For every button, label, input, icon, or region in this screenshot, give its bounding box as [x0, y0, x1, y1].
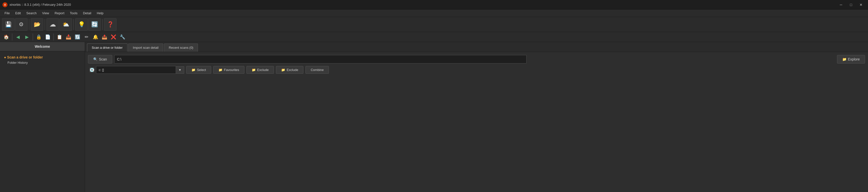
bell-button[interactable]: 🔔	[91, 33, 100, 41]
scan-button[interactable]: 🔍 Scan	[88, 55, 112, 64]
exclude2-button[interactable]: 📁 Exclude	[276, 66, 303, 74]
import-button[interactable]: 📥	[64, 33, 73, 41]
help-button[interactable]: ❓	[104, 18, 117, 31]
search-icon: 🔍	[93, 57, 97, 61]
chevron-down-icon: ▼	[179, 68, 181, 72]
menu-file[interactable]: File	[2, 10, 12, 16]
tabs: Scan a drive or folder Import scan detai…	[85, 42, 868, 52]
folder-explore-icon: 📁	[842, 57, 846, 61]
select-folder-icon: 📁	[191, 68, 195, 72]
tab-recent-scans[interactable]: Recent scans (0)	[164, 43, 198, 52]
explore-button[interactable]: 📁 Explore	[837, 55, 865, 64]
minimize-button[interactable]: ─	[837, 1, 845, 8]
tab-import-scan[interactable]: Import scan detail	[128, 43, 163, 52]
menu-detail[interactable]: Detail	[81, 10, 94, 16]
combine-button[interactable]: Combine	[305, 66, 329, 74]
reload-button[interactable]: 🔃	[73, 33, 82, 41]
menu-report[interactable]: Report	[52, 10, 67, 16]
drive-dropdown-button[interactable]: ▼	[176, 66, 184, 74]
save-button[interactable]: 💾	[2, 18, 14, 31]
scan-row: 🔍 Scan 📁 Explore	[88, 55, 865, 64]
sidebar-folder-history[interactable]: Folder History	[4, 61, 81, 64]
menu-tools[interactable]: Tools	[67, 10, 80, 16]
favourites-button[interactable]: 📁 Favourites	[213, 66, 244, 74]
list-button[interactable]: 📋	[55, 33, 64, 41]
close-button[interactable]: ✕	[857, 1, 866, 8]
forward-button[interactable]: ▶	[23, 33, 31, 41]
separator3	[73, 19, 74, 30]
menu-help[interactable]: Help	[94, 10, 106, 16]
cloud-upload-button[interactable]: ☁	[46, 18, 59, 31]
title-bar-left: X xinorbis :: 8.3.1 (x64) / February 24t…	[2, 2, 71, 7]
document-button[interactable]: 📄	[43, 33, 52, 41]
drive-path-input[interactable]	[96, 66, 176, 74]
select-button[interactable]: 📁 Select	[186, 66, 211, 74]
sidebar: Welcome ● Scan a drive or folder Folder …	[0, 42, 85, 192]
cancel-button[interactable]: ❌	[109, 33, 118, 41]
open-folder-button[interactable]: 📂	[31, 18, 43, 31]
toolbar1: 💾 ⚙ 📂 ☁ ⛅ 💡 🔄 ❓	[0, 17, 868, 32]
sidebar-scan-link[interactable]: ● Scan a drive or folder	[4, 55, 81, 59]
title-bar: X xinorbis :: 8.3.1 (x64) / February 24t…	[0, 0, 868, 9]
separator2	[45, 19, 45, 30]
sidebar-body: ● Scan a drive or folder Folder History	[0, 51, 85, 69]
export-button[interactable]: 📤	[100, 33, 109, 41]
exclude1-button[interactable]: 📁 Exclude	[246, 66, 274, 74]
drive-row: 💽 ▼ 📁 Select 📁 Favourites 📁 Exclude	[88, 66, 865, 74]
lock-button[interactable]: 🔒	[34, 33, 43, 41]
tab-scan-drive[interactable]: Scan a drive or folder	[87, 43, 127, 52]
menu-edit[interactable]: Edit	[13, 10, 23, 16]
menu-search[interactable]: Search	[24, 10, 39, 16]
bulb-button[interactable]: 💡	[75, 18, 88, 31]
wrench-button[interactable]: 🔧	[118, 33, 127, 41]
separator4	[102, 19, 102, 30]
separator1	[29, 19, 29, 30]
title-text: xinorbis :: 8.3.1 (x64) / February 24th …	[9, 3, 71, 6]
settings-button[interactable]: ⚙	[15, 18, 28, 31]
drive-select-wrap: 💽 ▼	[88, 66, 184, 74]
window-controls: ─ □ ✕	[837, 1, 866, 8]
cloud-download-button[interactable]: ⛅	[60, 18, 72, 31]
exclude1-icon: 📁	[252, 68, 256, 72]
edit-button[interactable]: ✏	[82, 33, 91, 41]
toolbar2: 🏠 ◀ ▶ 🔒 📄 📋 📥 🔃 ✏ 🔔 📤 ❌ 🔧	[0, 32, 868, 42]
main-content: Welcome ● Scan a drive or folder Folder …	[0, 42, 868, 192]
drive-icon: 💽	[88, 67, 96, 72]
menu-view[interactable]: View	[40, 10, 52, 16]
home-button[interactable]: 🏠	[2, 33, 10, 41]
favourites-icon: 📁	[218, 68, 222, 72]
menu-bar: File Edit Search View Report Tools Detai…	[0, 9, 868, 17]
back-button[interactable]: ◀	[14, 33, 22, 41]
tab-content: 🔍 Scan 📁 Explore 💽 ▼	[85, 52, 868, 192]
app-icon: X	[2, 2, 7, 7]
separator6	[33, 33, 33, 40]
exclude2-icon: 📁	[281, 68, 285, 72]
sidebar-header: Welcome	[0, 42, 85, 51]
refresh-button[interactable]: 🔄	[88, 18, 101, 31]
maximize-button[interactable]: □	[846, 1, 856, 8]
right-panel: Scan a drive or folder Import scan detai…	[85, 42, 868, 192]
scan-path-input[interactable]	[114, 55, 527, 64]
